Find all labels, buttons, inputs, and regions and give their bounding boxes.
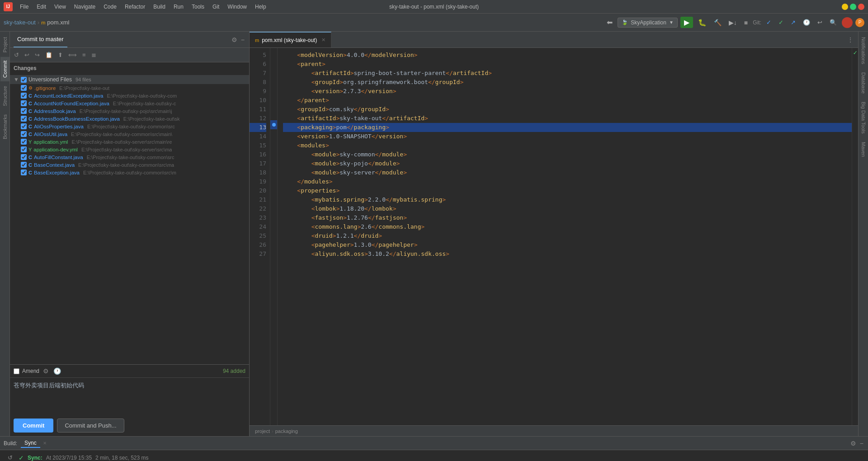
app-selector[interactable]: 🍃 SkyApplication ▼ (618, 18, 678, 28)
list-item[interactable]: C AliOssProperties.java E:\Project\sky-t… (10, 122, 249, 130)
commit-tab[interactable]: Commit to master (14, 32, 67, 47)
sync-tab[interactable]: Sync (21, 439, 40, 448)
list-item[interactable]: Y application-dev.yml E:\Project\sky-tak… (10, 146, 249, 153)
commit-and-push-button[interactable]: Commit and Push... (57, 419, 124, 433)
java-icon: C (28, 162, 32, 168)
list-item[interactable]: C AccountLockedException.java E:\Project… (10, 92, 249, 99)
menu-code[interactable]: Code (100, 3, 120, 11)
file-checkbox[interactable] (21, 146, 27, 152)
editor-tab-pom[interactable]: m pom.xml (sky-take-out) ✕ (250, 32, 331, 47)
minimize-button[interactable] (842, 4, 848, 10)
breadcrumb-project[interactable]: sky-take-out (4, 19, 36, 26)
git-history-button[interactable]: 🕐 (801, 18, 812, 27)
bc-separator: › (272, 428, 274, 434)
file-checkbox[interactable] (21, 123, 27, 129)
menu-help[interactable]: Help (251, 3, 270, 11)
back-navigation-button[interactable]: ⬅ (604, 17, 615, 28)
menu-view[interactable]: View (51, 3, 70, 11)
git-commit-button[interactable]: ✓ (776, 18, 786, 27)
undo-button[interactable]: ↩ (22, 50, 32, 60)
copy-button[interactable]: 📋 (43, 50, 55, 60)
list-item[interactable]: C AccountNotFoundException.java E:\Proje… (10, 99, 249, 107)
bc-project[interactable]: project (255, 428, 270, 434)
file-group-header[interactable]: ▼ Unversioned Files 94 files (10, 75, 249, 84)
rollback-button[interactable]: ↩ (815, 18, 825, 27)
redo-button[interactable]: ↪ (33, 50, 42, 60)
maximize-button[interactable] (850, 4, 856, 10)
filter-button[interactable]: ≣ (89, 50, 99, 60)
user-avatar[interactable] (842, 17, 853, 28)
list-item[interactable]: C AliOssUtil.java E:\Project\sky-take-ou… (10, 130, 249, 138)
right-tab-notifications[interactable]: Notifications (859, 33, 868, 68)
commit-settings-button[interactable]: ⚙ (231, 35, 238, 44)
scrollbar-area[interactable]: ✓ (852, 48, 858, 425)
file-checkbox[interactable] (21, 162, 27, 168)
list-item[interactable]: C BaseContext.java E:\Project\sky-take-o… (10, 161, 249, 169)
stop-button[interactable]: ■ (742, 18, 750, 28)
group-button[interactable]: ≡ (80, 50, 88, 60)
list-item[interactable]: C AddressBookBusinessException.java E:\P… (10, 115, 249, 122)
commit-button[interactable]: Commit (14, 419, 53, 433)
upload-button[interactable]: ⬆ (56, 50, 65, 60)
build-settings-button[interactable]: ⚙ (849, 439, 857, 448)
file-checkbox[interactable] (21, 131, 27, 137)
file-checkbox[interactable] (21, 93, 27, 99)
menu-window[interactable]: Window (224, 3, 250, 11)
file-checkbox[interactable] (21, 100, 27, 106)
bc-packaging[interactable]: packaging (275, 428, 298, 434)
file-checkbox[interactable] (21, 169, 27, 175)
yaml-icon: Y (28, 139, 32, 145)
git-push-button[interactable]: ↗ (788, 18, 798, 27)
right-tab-database[interactable]: Database (859, 69, 868, 97)
close-button[interactable] (858, 4, 864, 10)
menu-refactor[interactable]: Refactor (121, 3, 149, 11)
commit-minimize-button[interactable]: − (240, 35, 245, 44)
list-item[interactable]: C AutoFillConstant.java E:\Project\sky-t… (10, 153, 249, 161)
build-minimize-button[interactable]: − (859, 439, 864, 448)
tab-close-button[interactable]: ✕ (321, 37, 326, 43)
amend-clock-button[interactable]: 🕐 (52, 367, 62, 376)
file-name: AliOssProperties.java (34, 124, 84, 129)
git-update-button[interactable]: ✓ (764, 18, 774, 27)
menu-build[interactable]: Build (150, 3, 169, 11)
pom-tab-icon: m (255, 38, 259, 43)
refresh-button[interactable]: ↺ (12, 50, 21, 60)
menu-navigate[interactable]: Navigate (71, 3, 99, 11)
file-checkbox[interactable] (21, 154, 27, 160)
left-tab-structure[interactable]: Structure (0, 82, 9, 110)
list-item[interactable]: C BaseException.java E:\Project\sky-take… (10, 169, 249, 176)
run-config-button[interactable]: ▶↓ (726, 18, 739, 28)
debug-button[interactable]: 🐛 (696, 17, 709, 28)
menu-edit[interactable]: Edit (33, 3, 50, 11)
code-line-highlighted: <packaging>pom</packaging> (283, 123, 852, 132)
build-refresh-button[interactable]: ↺ (5, 453, 15, 461)
menu-git[interactable]: Git (209, 3, 223, 11)
menu-file[interactable]: File (16, 3, 32, 11)
right-tab-maven[interactable]: Maven (859, 138, 868, 160)
left-tab-commit[interactable]: Commit (0, 57, 9, 81)
run-button[interactable]: ▶ (680, 17, 693, 28)
sync-tab-close[interactable]: ✕ (43, 441, 47, 446)
file-checkbox[interactable] (21, 139, 27, 145)
list-item[interactable]: Y application.yml E:\Project\sky-take-ou… (10, 138, 249, 146)
file-checkbox[interactable] (21, 108, 27, 114)
file-checkbox[interactable] (21, 116, 27, 122)
list-item[interactable]: C AddressBook.java E:\Project\sky-take-o… (10, 107, 249, 115)
menu-run[interactable]: Run (170, 3, 187, 11)
left-tab-bookmarks[interactable]: Bookmarks (0, 111, 9, 143)
code-content[interactable]: <modelVersion>4.0.0</modelVersion> <pare… (278, 48, 852, 425)
right-tab-bigdata[interactable]: Big Data Tools (859, 98, 868, 137)
group-checkbox[interactable] (21, 77, 27, 83)
breadcrumb-file[interactable]: pom.xml (47, 19, 69, 26)
diff-button[interactable]: ⟺ (66, 50, 79, 60)
commit-message-input[interactable]: 苍穹外卖项目后端初始代码 (10, 377, 249, 414)
menu-tools[interactable]: Tools (188, 3, 208, 11)
file-checkbox[interactable] (21, 85, 27, 91)
editor-menu-button[interactable]: ⋮ (846, 35, 854, 44)
left-tab-project[interactable]: Project (0, 33, 9, 56)
build-button[interactable]: 🔨 (712, 18, 724, 28)
amend-settings-button[interactable]: ⚙ (42, 367, 50, 376)
list-item[interactable]: ⚙ .gitignore E:\Project\sky-take-out (10, 84, 249, 92)
amend-checkbox[interactable] (14, 368, 19, 374)
search-everywhere-button[interactable]: 🔍 (827, 18, 839, 27)
